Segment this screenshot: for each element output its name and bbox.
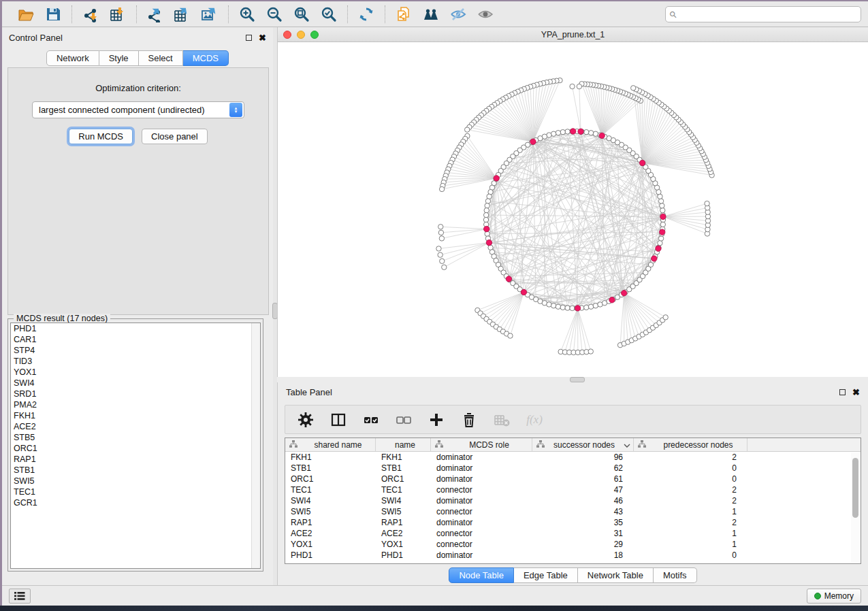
table-cell: 43 [532, 506, 634, 517]
table-cell: dominator [431, 495, 532, 506]
main-toolbar: ⚲ [2, 1, 868, 27]
run-mcds-button[interactable]: Run MCDS [69, 129, 133, 144]
export-image-icon[interactable] [201, 5, 219, 23]
delete-table-icon [494, 412, 510, 428]
column-header-name[interactable]: name [376, 438, 431, 451]
tab-select[interactable]: Select [139, 50, 183, 66]
import-network-icon[interactable] [82, 5, 99, 23]
mcds-result-item[interactable]: STP4 [11, 345, 260, 356]
export-network-icon[interactable] [146, 5, 164, 23]
dropdown-stepper-icon: ▲▼ [229, 103, 242, 117]
close-panel-icon[interactable]: ✖ [259, 35, 266, 41]
settings-gear-icon[interactable] [298, 412, 314, 428]
table-row[interactable]: SWI5SWI5connector431 [285, 506, 861, 517]
deselect-all-icon[interactable] [396, 412, 412, 428]
tab-style[interactable]: Style [99, 50, 139, 66]
table-cell: ACE2 [376, 528, 431, 539]
network-window-titlebar[interactable]: YPA_prune.txt_1 [278, 27, 868, 42]
mcds-result-item[interactable]: RAP1 [11, 454, 260, 465]
float-panel-icon[interactable] [246, 35, 252, 41]
float-panel-icon[interactable] [839, 389, 846, 395]
table-scrollbar[interactable] [851, 452, 860, 563]
mcds-result-item[interactable]: FKH1 [11, 410, 260, 421]
add-column-icon[interactable] [428, 412, 445, 428]
mcds-result-item[interactable]: TID3 [11, 356, 260, 367]
mcds-result-item[interactable]: YOX1 [11, 367, 260, 378]
mcds-result-title: MCDS result (17 nodes) [14, 314, 110, 323]
table-row[interactable]: FKH1FKH1dominator962 [285, 452, 861, 463]
mcds-result-item[interactable]: STB5 [11, 432, 260, 443]
column-header-MCDS-role[interactable]: MCDS role [431, 438, 532, 451]
node-table[interactable]: shared namenameMCDS rolesuccessor nodesp… [285, 437, 861, 564]
tab-motifs[interactable]: Motifs [654, 567, 697, 583]
zoom-in-icon[interactable] [238, 5, 256, 23]
table-row[interactable]: RAP1RAP1dominator352 [285, 517, 861, 528]
scrollbar-thumb[interactable] [852, 458, 858, 518]
close-panel-icon[interactable]: ✖ [852, 389, 860, 395]
table-cell: FKH1 [376, 452, 431, 463]
table-cell: dominator [431, 452, 532, 463]
select-all-icon[interactable] [363, 412, 379, 428]
column-header-shared-name[interactable]: shared name [285, 438, 376, 451]
table-cell: 35 [532, 517, 634, 528]
mcds-result-item[interactable]: ORC1 [11, 443, 260, 454]
column-header-predecessor-nodes[interactable]: predecessor nodes [634, 438, 748, 451]
show-all-icon[interactable] [477, 5, 494, 23]
mcds-list-scrollbar[interactable] [251, 323, 260, 568]
column-layout-icon[interactable] [330, 412, 347, 428]
mcds-result-item[interactable]: STB1 [11, 465, 260, 476]
tab-edge-table[interactable]: Edge Table [514, 567, 578, 583]
table-cell: ORC1 [285, 474, 376, 484]
mcds-result-item[interactable]: ACE2 [11, 421, 260, 432]
table-cell: FKH1 [285, 452, 376, 463]
mcds-result-item[interactable]: PMA2 [11, 399, 260, 410]
close-panel-button[interactable]: Close panel [142, 129, 208, 144]
column-header-successor-nodes[interactable]: successor nodes [532, 438, 634, 451]
hide-selected-icon[interactable] [449, 5, 467, 23]
splitter-handle[interactable] [570, 377, 585, 382]
refresh-icon[interactable] [357, 5, 375, 23]
mcds-result-item[interactable]: SWI4 [11, 378, 260, 389]
tab-mcds[interactable]: MCDS [183, 50, 229, 66]
mcds-result-item[interactable]: TEC1 [11, 486, 260, 497]
table-row[interactable]: ACE2ACE2connector311 [285, 528, 861, 539]
save-session-icon[interactable] [44, 5, 62, 23]
open-session-icon[interactable] [17, 5, 35, 23]
task-history-button[interactable] [9, 589, 31, 604]
mcds-result-list[interactable]: PHD1CAR1STP4TID3YOX1SWI4SRD1PMA2FKH1ACE2… [10, 323, 261, 569]
control-panel-header: Control Panel ✖ [2, 27, 273, 45]
criterion-dropdown[interactable]: largest connected component (undirected)… [32, 101, 244, 118]
table-row[interactable]: TEC1TEC1connector472 [285, 484, 861, 495]
memory-button[interactable]: Memory [807, 589, 861, 604]
zoom-out-icon[interactable] [266, 5, 283, 23]
import-table-icon[interactable] [109, 5, 127, 23]
table-row[interactable]: SWI4SWI4dominator462 [285, 495, 861, 506]
table-cell: 61 [532, 474, 634, 484]
mcds-result-item[interactable]: SWI5 [11, 476, 260, 486]
export-table-icon[interactable] [174, 5, 191, 23]
table-cell: SWI4 [285, 495, 376, 506]
mcds-result-item[interactable]: PHD1 [11, 323, 260, 334]
table-row[interactable]: PHD1PHD1dominator180 [285, 550, 861, 561]
delete-column-icon[interactable] [461, 412, 477, 428]
table-row[interactable]: STB1STB1dominator620 [285, 463, 861, 474]
clone-network-icon[interactable] [395, 5, 413, 23]
mcds-result-item[interactable]: GCR1 [11, 497, 260, 508]
search-input[interactable] [665, 6, 861, 22]
network-graph [278, 42, 868, 377]
table-row[interactable]: ORC1ORC1dominator610 [285, 474, 861, 484]
table-cell: dominator [431, 474, 532, 484]
tab-node-table[interactable]: Node Table [449, 567, 514, 583]
zoom-selected-icon[interactable] [320, 5, 338, 23]
network-canvas[interactable] [278, 42, 868, 377]
zoom-fit-icon[interactable] [293, 5, 310, 23]
mcds-result-item[interactable]: CAR1 [11, 334, 260, 345]
table-row[interactable]: YOX1YOX1connector291 [285, 539, 861, 550]
first-neighbors-icon[interactable] [422, 5, 440, 23]
mcds-result-item[interactable]: SRD1 [11, 389, 260, 399]
tab-network-table[interactable]: Network Table [578, 567, 654, 583]
table-cell: 62 [532, 463, 634, 474]
horizontal-splitter[interactable] [277, 377, 868, 382]
node-table-header: shared namenameMCDS rolesuccessor nodesp… [285, 438, 861, 452]
tab-network[interactable]: Network [46, 50, 99, 66]
